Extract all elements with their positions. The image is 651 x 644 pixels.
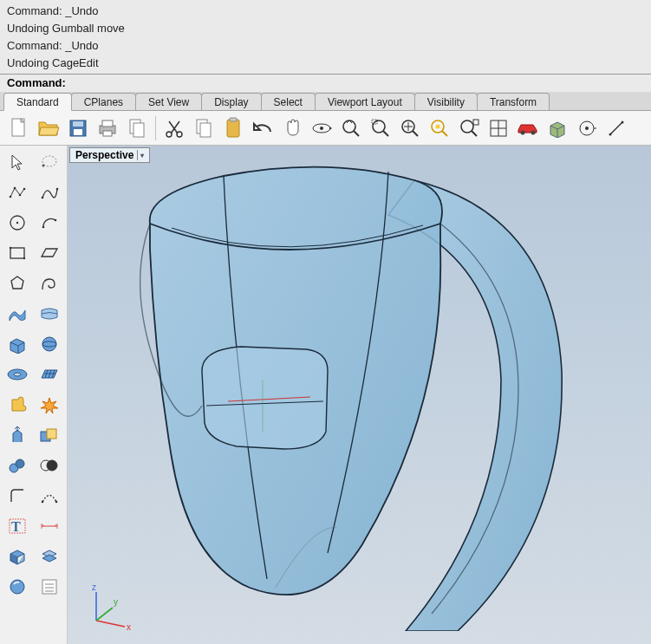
group-tool[interactable]	[2, 451, 33, 480]
rotate-view-button[interactable]	[308, 114, 335, 142]
tab-visibility[interactable]: Visibility	[414, 93, 478, 110]
circle-tool[interactable]	[2, 208, 33, 237]
svg-point-39	[609, 133, 612, 135]
magnify-icon	[341, 118, 361, 139]
svg-line-28	[472, 131, 477, 136]
extrude-icon	[8, 425, 27, 446]
box-tool[interactable]	[2, 329, 33, 359]
boolean-diff-tool[interactable]	[34, 451, 65, 480]
bool2-icon	[39, 456, 60, 475]
fillet-tool[interactable]	[2, 481, 33, 511]
zoom-extents-button[interactable]	[396, 114, 424, 142]
svg-line-25	[442, 131, 447, 136]
svg-point-66	[42, 501, 44, 504]
svg-line-18	[354, 131, 359, 136]
tab-transform[interactable]: Transform	[477, 93, 550, 110]
print-button[interactable]	[94, 114, 121, 142]
svg-rect-6	[103, 131, 112, 136]
new-file-button[interactable]	[5, 114, 33, 142]
open-folder-icon	[37, 119, 60, 138]
svg-rect-61	[47, 429, 56, 439]
undo-button[interactable]	[249, 114, 277, 142]
tab-display[interactable]: Display	[201, 93, 261, 110]
svg-point-26	[436, 124, 440, 128]
four-view-button[interactable]	[485, 114, 512, 142]
svg-point-56	[42, 337, 56, 351]
properties-tool[interactable]	[34, 572, 65, 602]
tab-standard[interactable]: Standard	[3, 93, 72, 111]
plugin-tool[interactable]	[2, 390, 33, 420]
render-tool[interactable]	[2, 572, 33, 602]
tab-viewport-layout[interactable]: Viewport Layout	[315, 93, 415, 110]
options-button[interactable]	[573, 114, 601, 142]
svg-point-36	[585, 127, 589, 130]
svg-line-38	[610, 122, 622, 134]
curve-tool[interactable]	[34, 178, 65, 207]
clipboard-button[interactable]	[219, 114, 247, 142]
copy-icon	[193, 117, 214, 140]
rectangle-icon	[8, 245, 27, 261]
zoom-target-button[interactable]	[455, 114, 483, 142]
block-tool[interactable]	[2, 542, 33, 571]
tab-select[interactable]: Select	[261, 93, 316, 110]
shade-button[interactable]	[544, 114, 571, 142]
plane-tool[interactable]	[34, 238, 65, 268]
viewport-perspective[interactable]: Perspective ▾	[68, 146, 651, 644]
help-button[interactable]	[602, 114, 630, 142]
blend-tool[interactable]	[34, 481, 65, 511]
torus-tool[interactable]	[2, 360, 33, 389]
copy-button[interactable]	[190, 114, 218, 142]
tab-set-view[interactable]: Set View	[135, 93, 202, 110]
svg-point-55	[23, 257, 25, 259]
dimension-tool[interactable]	[34, 511, 65, 541]
sphere-tool[interactable]	[34, 329, 65, 359]
explode-tool[interactable]	[34, 390, 65, 420]
cut-button[interactable]	[160, 114, 188, 142]
svg-point-41	[42, 156, 56, 166]
svg-point-10	[177, 132, 182, 137]
sphere-icon	[40, 335, 59, 354]
car-icon	[516, 120, 540, 136]
arc-tool[interactable]	[34, 208, 65, 237]
open-file-button[interactable]	[35, 114, 62, 142]
zoom-button[interactable]	[337, 114, 365, 142]
lasso-select-tool[interactable]	[34, 147, 65, 177]
history-line: Undoing CageEdit	[7, 55, 644, 72]
spiral-tool[interactable]	[34, 269, 65, 298]
boolean-tool[interactable]	[34, 420, 65, 450]
svg-rect-29	[473, 120, 478, 125]
polyline-tool[interactable]	[2, 178, 33, 207]
magnify-arrows-icon	[400, 118, 420, 139]
extrude-tool[interactable]	[2, 420, 33, 450]
svg-point-63	[16, 459, 24, 468]
render-icon	[8, 577, 27, 596]
tab-cplanes[interactable]: CPlanes	[71, 93, 136, 110]
rectangle-tool[interactable]	[2, 238, 33, 268]
command-prompt[interactable]: Command:	[0, 74, 651, 92]
text-tool[interactable]: T	[2, 511, 33, 541]
layer-tool[interactable]	[34, 542, 65, 571]
zoom-selected-button[interactable]	[426, 114, 453, 142]
surface-loft-tool[interactable]	[34, 299, 65, 329]
render-button[interactable]	[514, 114, 542, 142]
mesh-plane-tool[interactable]	[34, 360, 65, 389]
save-button[interactable]	[64, 114, 92, 142]
text-icon: T	[8, 517, 27, 536]
svg-point-54	[10, 247, 11, 249]
blend-icon	[40, 486, 59, 505]
main-toolbar	[0, 111, 651, 146]
svg-rect-72	[42, 580, 56, 594]
curve-icon	[40, 184, 59, 201]
polygon-tool[interactable]	[2, 269, 33, 298]
shaded-box-icon	[547, 119, 568, 138]
svg-point-52	[55, 219, 57, 222]
command-history: Command: _Undo Undoing Gumball move Comm…	[0, 0, 651, 74]
pointer-tool[interactable]	[2, 147, 33, 177]
paste-button[interactable]	[123, 114, 151, 142]
zoom-window-button[interactable]	[367, 114, 394, 142]
hand-icon	[283, 118, 302, 139]
lasso-icon	[40, 153, 59, 171]
pan-button[interactable]	[278, 114, 306, 142]
svg-point-44	[14, 187, 16, 190]
surface-patch-tool[interactable]	[2, 299, 33, 329]
